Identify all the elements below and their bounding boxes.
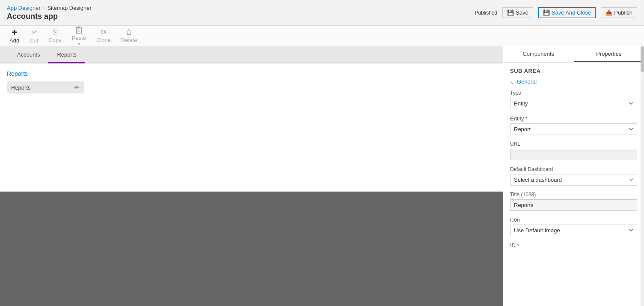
save-and-close-label: Save And Close [552,9,591,16]
top-bar: App Designer › Sitemap Designer Accounts… [0,0,644,26]
entity-required-star: * [525,115,528,122]
paste-label: Paste [72,35,86,41]
icon-select[interactable]: Use Default Image Custom Icon [510,225,637,236]
title-label: Title (1033) [510,192,637,198]
title-field-group: Title (1033) [510,192,637,211]
title-input[interactable] [510,199,637,211]
cut-icon: ✂ [31,28,37,36]
save-icon: 💾 [507,9,514,16]
entity-select[interactable]: Report Account Contact Lead [510,123,637,135]
breadcrumb-chevron: › [43,5,45,10]
add-label: Add [9,37,19,44]
url-label: URL [510,141,637,147]
clone-label: Clone [96,37,111,43]
delete-button[interactable]: 🗑 Delete [117,27,142,45]
id-label-text: ID [510,242,516,249]
general-label[interactable]: ⌄ General [510,78,637,85]
url-input[interactable] [510,149,637,160]
main-layout: Accounts Reports Reports Reports ✏ Compo… [0,46,644,306]
scrollbar-track[interactable] [641,46,644,306]
entity-field-group: Entity * Report Account Contact Lead [510,115,637,135]
copy-label: Copy [48,37,61,43]
top-bar-left: App Designer › Sitemap Designer Accounts… [7,5,92,21]
canvas-area: Accounts Reports Reports Reports ✏ [0,46,503,306]
paste-icon: 📋 [74,26,83,34]
id-required-star: * [517,242,519,249]
default-dashboard-field-group: Default Dashboard Select a dashboard [510,166,637,186]
publish-button[interactable]: 📤 Publish [601,7,637,18]
breadcrumb-sitemap-designer: Sitemap Designer [47,5,91,11]
chevron-down-icon: ⌄ [510,79,514,85]
breadcrumb: App Designer › Sitemap Designer [7,5,92,11]
cut-button[interactable]: ✂ Cut [25,27,42,45]
icon-field-group: Icon Use Default Image Custom Icon [510,217,637,236]
published-label: Published [475,10,497,16]
delete-icon: 🗑 [126,28,133,36]
group-label: Reports [7,70,496,77]
sub-area-header: SUB AREA [510,68,637,74]
url-field-group: URL [510,141,637,160]
top-bar-actions: Published 💾 Save 💾 Save And Close 📤 Publ… [475,7,637,18]
delete-label: Delete [121,37,137,43]
type-field-group: Type Entity URL Web Resource Custom [510,90,637,109]
publish-label: Publish [614,9,632,16]
scrollbar-thumb[interactable] [641,46,644,72]
icon-label: Icon [510,217,637,223]
id-label: ID * [510,242,637,249]
tab-components[interactable]: Components [503,46,574,62]
tab-accounts[interactable]: Accounts [9,48,48,63]
edit-icon[interactable]: ✏ [74,84,80,91]
paste-dropdown-icon: ▼ [77,42,81,46]
right-panel: Components Properties SUB AREA ⌄ General… [503,46,644,306]
app-title: Accounts app [7,12,92,21]
type-label: Type [510,90,637,96]
add-icon: ✚ [12,28,17,36]
entity-label: Entity * [510,115,637,122]
panel-body: SUB AREA ⌄ General Type Entity URL Web R… [503,63,644,306]
add-button[interactable]: ✚ Add [5,27,24,45]
canvas-dark-area [0,192,503,306]
cut-label: Cut [30,37,38,44]
id-field-group: ID * [510,242,637,249]
publish-icon: 📤 [605,9,612,16]
save-label: Save [516,9,528,16]
default-dashboard-label: Default Dashboard [510,166,637,172]
command-bar: ✚ Add ✂ Cut ⎘ Copy 📋 Paste ▼ ⧉ Clone 🗑 D… [0,26,644,46]
general-section: ⌄ General Type Entity URL Web Resource C… [510,78,637,249]
copy-icon: ⎘ [53,28,57,36]
canvas-content: Reports Reports ✏ [0,63,503,192]
paste-button[interactable]: 📋 Paste ▼ [68,24,90,48]
panel-tabs: Components Properties [503,46,644,63]
clone-icon: ⧉ [101,28,106,36]
tab-properties[interactable]: Properties [574,46,644,62]
tab-bar: Accounts Reports [0,46,503,63]
tab-reports[interactable]: Reports [48,48,85,63]
copy-button[interactable]: ⎘ Copy [44,27,65,45]
clone-button[interactable]: ⧉ Clone [92,27,115,45]
save-and-close-button[interactable]: 💾 Save And Close [538,7,596,18]
save-button[interactable]: 💾 Save [502,7,533,18]
breadcrumb-app-designer[interactable]: App Designer [7,5,41,11]
sub-item-reports[interactable]: Reports ✏ [7,81,84,93]
save-close-icon: 💾 [543,9,550,16]
general-section-label: General [517,78,537,85]
entity-label-text: Entity [510,115,524,122]
type-select[interactable]: Entity URL Web Resource Custom [510,98,637,109]
default-dashboard-select[interactable]: Select a dashboard [510,174,637,186]
sub-item-label: Reports [11,84,31,91]
